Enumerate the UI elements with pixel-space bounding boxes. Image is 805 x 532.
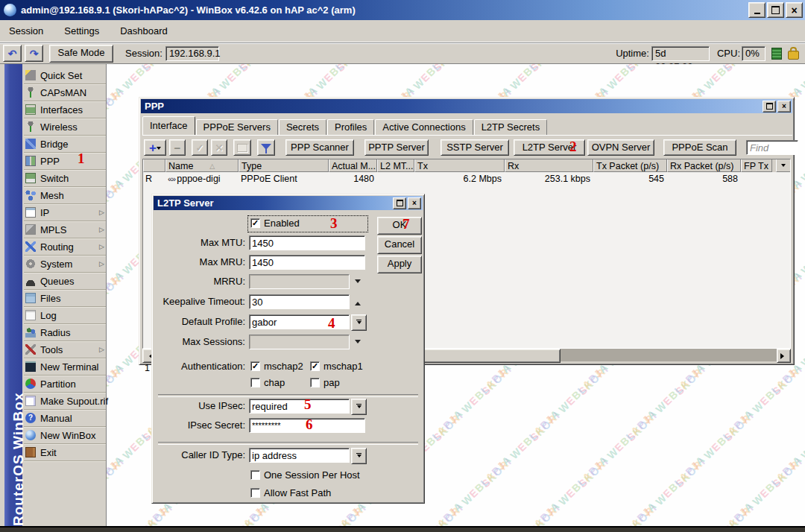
sidebar-item-mpls[interactable]: MPLS▷ [24, 221, 106, 238]
scroll-right-button[interactable] [777, 349, 791, 363]
keepalive-up-icon[interactable] [355, 299, 361, 305]
column-flags[interactable] [143, 159, 165, 172]
close-button[interactable]: × [786, 2, 803, 18]
row-tx-packet: 545 [593, 172, 667, 185]
menu-settings[interactable]: Settings [63, 24, 101, 38]
sidebar-item-tools[interactable]: Tools▷ [24, 341, 106, 358]
minimize-button[interactable] [748, 2, 765, 18]
sidebar-item-log[interactable]: Log [24, 307, 106, 324]
column-fp-tx[interactable]: FP Tx [741, 159, 772, 172]
dialog-close-button[interactable]: × [408, 197, 421, 209]
sidebar-item-label: Log [40, 310, 57, 321]
column-chooser-button[interactable] [776, 159, 790, 172]
disable-button[interactable]: ✕ [211, 139, 227, 156]
pppoe-scan-button[interactable]: PPPoE Scan [663, 139, 736, 156]
sidebar-item-queues[interactable]: Queues [24, 273, 106, 290]
enable-button[interactable]: ✓ [192, 139, 208, 156]
column-rx-packet[interactable]: Rx Packet (p/s) [667, 159, 741, 172]
column-tx-packet[interactable]: Tx Packet (p/s) [593, 159, 667, 172]
sidebar-item-switch[interactable]: Switch [24, 170, 106, 187]
use-ipsec-dropdown-button[interactable] [351, 399, 367, 415]
sidebar-item-make-supout-rif[interactable]: Make Supout.rif [24, 393, 106, 410]
mschap1-checkbox[interactable] [310, 361, 320, 371]
pap-checkbox[interactable] [310, 378, 320, 387]
keepalive-input[interactable] [249, 294, 350, 309]
comment-icon [237, 144, 247, 152]
default-profile-dropdown-button[interactable] [351, 314, 367, 331]
tab-secrets[interactable]: Secrets [279, 119, 326, 135]
sidebar-item-radius[interactable]: Radius [24, 324, 106, 341]
chap-checkbox[interactable] [250, 378, 260, 387]
sidebar-item-partition[interactable]: Partition [24, 376, 106, 393]
apply-button[interactable]: Apply [377, 256, 422, 273]
tab-pppoe-servers[interactable]: PPPoE Servers [196, 119, 278, 135]
tab-l2tp-secrets[interactable]: L2TP Secrets [474, 119, 548, 135]
sidebar-item-new-winbox[interactable]: New WinBox [24, 427, 106, 444]
undo-button[interactable]: ↶ [3, 45, 22, 62]
ip-icon [25, 207, 36, 218]
ppp-window-titlebar[interactable]: PPP × [141, 99, 792, 113]
sidebar-item-ip[interactable]: IP▷ [24, 204, 106, 221]
sidebar-item-quick-set[interactable]: Quick Set [24, 67, 106, 84]
max-mtu-input[interactable] [249, 235, 365, 250]
mrru-input[interactable] [249, 274, 350, 289]
one-session-checkbox[interactable] [250, 470, 260, 480]
sidebar-item-exit[interactable]: Exit [24, 444, 106, 461]
column-rx[interactable]: Rx [505, 159, 593, 172]
column-name[interactable]: Name△ [165, 159, 239, 172]
column-type[interactable]: Type [239, 159, 329, 172]
redo-button[interactable]: ↷ [25, 45, 43, 62]
sidebar-item-system[interactable]: System▷ [24, 256, 106, 273]
enabled-checkbox[interactable] [250, 218, 260, 228]
sidebar-item-mesh[interactable]: Mesh [24, 187, 106, 204]
caller-id-dropdown-button[interactable] [351, 448, 367, 464]
table-row[interactable]: R «»pppoe-digi PPPoE Client 1480 6.2 Mbp… [143, 172, 790, 185]
ovpn-server-button[interactable]: OVPN Server [587, 139, 654, 156]
mrru-dropdown-icon[interactable] [355, 279, 361, 286]
tab-interface[interactable]: Interface [142, 116, 195, 135]
ppp-maximize-button[interactable] [763, 101, 776, 113]
pptp-server-button[interactable]: PPTP Server [364, 139, 429, 156]
remove-button[interactable]: − [169, 139, 186, 156]
dialog-titlebar[interactable]: L2TP Server × [154, 196, 423, 210]
sidebar-item-new-terminal[interactable]: New Terminal [24, 358, 106, 376]
sidebar-item-routing[interactable]: Routing▷ [24, 238, 106, 256]
sidebar-item-capsman[interactable]: CAPsMAN [24, 84, 106, 101]
caller-id-type-input[interactable] [249, 448, 350, 463]
sidebar-item-wireless[interactable]: Wireless [24, 118, 106, 136]
max-sessions-input[interactable] [249, 335, 350, 349]
maximize-button[interactable] [767, 2, 784, 18]
column-l2-mtu[interactable]: L2 MT... [377, 159, 414, 172]
tab-active-connections[interactable]: Active Connections [375, 119, 473, 135]
traffic-graph-icon[interactable] [771, 48, 782, 60]
sidebar-item-ppp[interactable]: PPP [24, 153, 106, 170]
dialog-maximize-button[interactable] [393, 197, 406, 209]
safe-mode-button[interactable]: Safe Mode [49, 45, 113, 63]
watermark-text: SKORI WEBLAPJA [107, 454, 126, 526]
max-mru-input[interactable] [249, 255, 365, 270]
sidebar-item-bridge[interactable]: Bridge [24, 136, 106, 153]
add-button[interactable]: + [144, 139, 166, 156]
ppp-scanner-button[interactable]: PPP Scanner [285, 139, 354, 156]
max-sessions-dropdown-icon[interactable] [355, 340, 361, 346]
comment-button[interactable] [233, 139, 251, 156]
column-tx[interactable]: Tx [414, 159, 505, 172]
find-input[interactable] [746, 140, 798, 155]
ok-button[interactable]: OK [377, 217, 422, 235]
tab-profiles[interactable]: Profiles [327, 119, 374, 135]
allow-fast-path-checkbox[interactable] [250, 488, 260, 498]
cancel-button[interactable]: Cancel [377, 236, 422, 254]
uptime-value: 5d 00:37:30 [651, 46, 710, 61]
sidebar-item-files[interactable]: Files [24, 290, 106, 307]
sstp-server-button[interactable]: SSTP Server [441, 139, 509, 156]
filter-button[interactable] [257, 139, 275, 156]
sidebar-item-interfaces[interactable]: Interfaces [24, 101, 106, 118]
mschap2-checkbox[interactable] [250, 361, 260, 371]
menu-dashboard[interactable]: Dashboard [119, 24, 169, 38]
ppp-close-button[interactable]: × [777, 101, 791, 113]
taskbar-edge [0, 526, 805, 532]
use-ipsec-input[interactable] [249, 399, 350, 414]
column-actual-mtu[interactable]: Actual M... [329, 159, 377, 172]
sidebar-item-manual[interactable]: ?Manual [24, 410, 106, 427]
menu-session[interactable]: Session [7, 24, 45, 38]
